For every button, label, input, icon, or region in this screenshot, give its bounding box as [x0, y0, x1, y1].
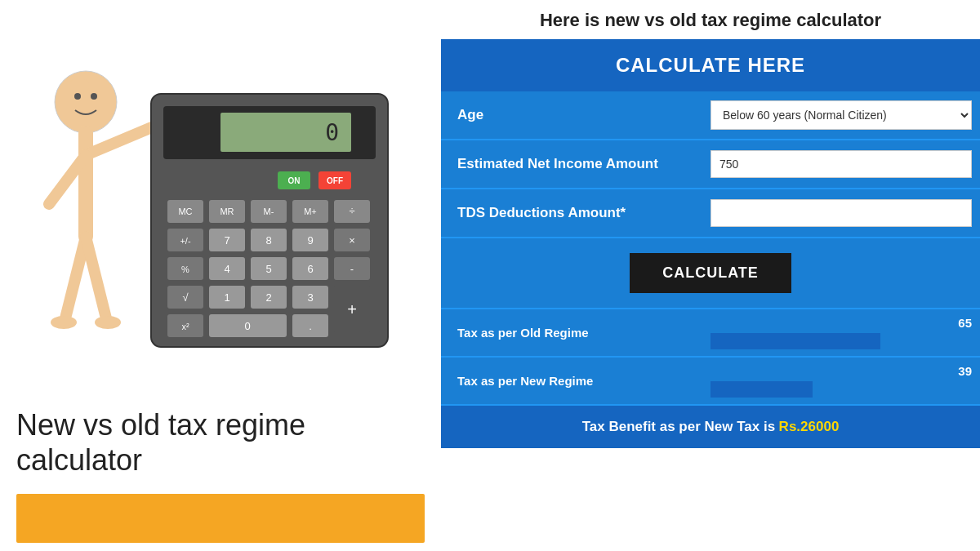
- svg-point-7: [95, 316, 121, 329]
- svg-point-9: [74, 93, 81, 100]
- tax-benefit-label: Tax Benefit as per New Tax is: [582, 419, 776, 435]
- svg-line-5: [86, 237, 106, 318]
- old-regime-value-cell: 65: [702, 309, 980, 356]
- tax-benefit-row: Tax Benefit as per New Tax is Rs.26000: [441, 406, 980, 448]
- new-regime-label: Tax as per New Regime: [441, 367, 702, 394]
- svg-text:9: 9: [307, 234, 313, 247]
- svg-text:+: +: [347, 300, 357, 318]
- svg-text:MC: MC: [178, 207, 192, 216]
- illustration-svg: 0 ON OFF MC MR M- M+ ÷ +/- 7 8: [0, 24, 425, 384]
- svg-point-10: [91, 93, 97, 100]
- old-regime-value: 65: [710, 316, 972, 330]
- svg-text:+/-: +/-: [180, 236, 190, 246]
- tds-input-cell: [702, 193, 980, 233]
- income-input-cell: [702, 144, 980, 184]
- svg-text:2: 2: [265, 291, 271, 304]
- calculate-button[interactable]: CALCULATE: [630, 253, 791, 293]
- form-header-text: CALCULATE HERE: [616, 54, 805, 76]
- tax-benefit-amount: Rs.26000: [779, 419, 840, 435]
- svg-text:M-: M-: [264, 207, 274, 216]
- svg-text:1: 1: [224, 291, 229, 304]
- form-header: CALCULATE HERE: [441, 39, 980, 91]
- svg-text:-: -: [350, 263, 354, 275]
- svg-text:OFF: OFF: [327, 176, 343, 185]
- bottom-overlay: New vs old tax regime calculator: [0, 380, 441, 551]
- age-select[interactable]: Below 60 years (Normal Citizen) 60-80 ye…: [710, 100, 972, 130]
- tds-label: TDS Deductions Amount*: [441, 197, 702, 229]
- age-row: Age Below 60 years (Normal Citizen) 60-8…: [441, 91, 980, 140]
- age-label: Age: [441, 99, 702, 131]
- tds-row: TDS Deductions Amount*: [441, 189, 980, 238]
- svg-line-4: [65, 237, 86, 318]
- svg-text:ON: ON: [288, 176, 301, 185]
- calculate-row: CALCULATE: [441, 238, 980, 309]
- age-input-cell: Below 60 years (Normal Citizen) 60-80 ye…: [702, 94, 980, 136]
- svg-point-6: [51, 316, 77, 329]
- page-title: Here is new vs old tax regime calculator: [441, 0, 980, 39]
- main-title: New vs old tax regime calculator: [0, 399, 441, 486]
- illustration-container: 0 ON OFF MC MR M- M+ ÷ +/- 7 8: [0, 24, 425, 384]
- right-section: Here is new vs old tax regime calculator…: [441, 0, 980, 551]
- left-illustration: 0 ON OFF MC MR M- M+ ÷ +/- 7 8: [0, 0, 441, 551]
- svg-text:×: ×: [349, 234, 355, 247]
- new-regime-value-cell: 39: [702, 358, 980, 404]
- svg-point-8: [69, 78, 89, 94]
- svg-text:MR: MR: [220, 207, 234, 216]
- old-regime-label: Tax as per Old Regime: [441, 319, 702, 346]
- new-regime-bar: [710, 381, 813, 398]
- svg-text:4: 4: [224, 263, 229, 275]
- income-label: Estimated Net Income Amount: [441, 148, 702, 180]
- calculator-form: CALCULATE HERE Age Below 60 years (Norma…: [441, 39, 980, 448]
- svg-text:8: 8: [265, 234, 271, 247]
- svg-text:7: 7: [224, 234, 229, 247]
- income-row: Estimated Net Income Amount: [441, 140, 980, 189]
- income-input[interactable]: [710, 150, 972, 178]
- new-regime-row: Tax as per New Regime 39: [441, 358, 980, 406]
- old-regime-row: Tax as per Old Regime 65: [441, 309, 980, 358]
- svg-text:6: 6: [307, 263, 313, 275]
- svg-text:√: √: [182, 291, 189, 304]
- new-regime-value: 39: [710, 364, 972, 378]
- svg-text:0: 0: [325, 119, 339, 146]
- svg-text:M+: M+: [304, 207, 317, 216]
- svg-text:.: .: [309, 320, 312, 332]
- old-regime-bar: [710, 333, 880, 349]
- svg-text:5: 5: [265, 263, 271, 275]
- svg-text:0: 0: [244, 320, 250, 332]
- svg-text:÷: ÷: [349, 205, 354, 217]
- tds-input[interactable]: [710, 199, 972, 227]
- gold-bar: [16, 494, 425, 543]
- svg-text:3: 3: [307, 291, 313, 304]
- svg-text:x²: x²: [181, 322, 189, 331]
- svg-text:%: %: [181, 264, 189, 274]
